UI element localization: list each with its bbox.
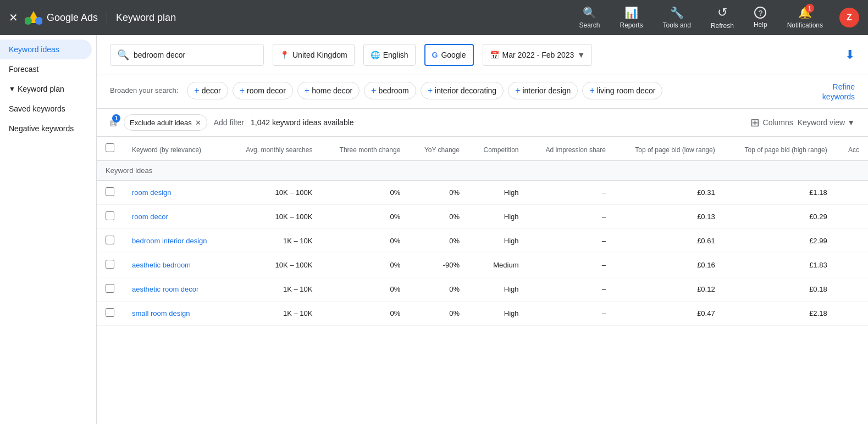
nav-notifications[interactable]: 🔔 1 Notifications	[777, 0, 833, 35]
sidebar-item-forecast[interactable]: Forecast	[0, 59, 92, 79]
row-checkbox-cell[interactable]	[97, 205, 123, 229]
ad-impression-cell: –	[528, 253, 615, 277]
col-acc[interactable]: Acc	[836, 137, 868, 161]
keyword-link[interactable]: room design	[132, 188, 172, 197]
keyword-cell[interactable]: room decor	[123, 205, 227, 229]
avg-monthly-cell: 1K – 10K	[227, 302, 322, 326]
acc-cell	[836, 277, 868, 302]
columns-icon: ⊞	[750, 116, 760, 129]
chip-room-decor[interactable]: + room decor	[233, 82, 293, 99]
refine-keywords-button[interactable]: Refinekeywords	[822, 82, 855, 102]
chip-decor[interactable]: + decor	[187, 82, 228, 99]
close-icon[interactable]: ✕	[9, 11, 18, 24]
keyword-cell[interactable]: room design	[123, 181, 227, 205]
col-yoy[interactable]: YoY change	[409, 137, 468, 161]
sidebar: Keyword ideas Forecast ▼ Keyword plan Sa…	[0, 35, 97, 424]
row-checkbox-cell[interactable]	[97, 253, 123, 277]
nav-reports-label: Reports	[620, 21, 643, 29]
exclude-adult-pill[interactable]: Exclude adult ideas ✕	[124, 114, 207, 131]
three-month-cell: 0%	[321, 277, 409, 302]
row-checkbox-cell[interactable]	[97, 277, 123, 302]
search-engine-filter[interactable]: G Google	[424, 44, 474, 66]
filter-badge: 1	[112, 114, 120, 122]
col-ad-impression[interactable]: Ad impression share	[528, 137, 615, 161]
row-checkbox[interactable]	[106, 211, 114, 220]
sidebar-item-saved-keywords[interactable]: Saved keywords	[0, 99, 92, 119]
nav-refresh[interactable]: ↺ Refresh	[701, 0, 744, 35]
plus-icon: +	[589, 86, 594, 96]
language-filter[interactable]: 🌐 English	[363, 44, 416, 66]
sidebar-item-keyword-plan[interactable]: ▼ Keyword plan	[0, 79, 92, 99]
download-button[interactable]: ⬇	[845, 48, 855, 62]
keyword-link[interactable]: bedroom interior design	[132, 237, 207, 245]
sidebar-item-label: Keyword ideas	[9, 45, 59, 54]
yoy-cell: 0%	[409, 205, 468, 229]
col-three-month[interactable]: Three month change	[321, 137, 409, 161]
row-checkbox[interactable]	[106, 187, 114, 196]
col-avg-monthly[interactable]: Avg. monthly searches	[227, 137, 322, 161]
close-icon[interactable]: ✕	[195, 119, 201, 127]
filter-icon-wrap[interactable]: ⧈ 1	[110, 116, 117, 129]
filter-bar-right: ⊞ Columns Keyword view ▼	[750, 116, 855, 129]
chip-interior-decorating[interactable]: + interior decorating	[421, 82, 504, 99]
view-selector[interactable]: Keyword view ▼	[798, 118, 855, 127]
ad-impression-cell: –	[528, 277, 615, 302]
keyword-link[interactable]: small room design	[132, 309, 190, 317]
row-checkbox[interactable]	[106, 308, 114, 317]
row-checkbox-cell[interactable]	[97, 229, 123, 253]
plus-icon: +	[240, 86, 245, 96]
google-ads-logo-icon	[25, 9, 42, 26]
select-all-checkbox[interactable]	[106, 143, 114, 152]
columns-button[interactable]: ⊞ Columns	[750, 116, 793, 129]
keyword-cell[interactable]: aesthetic bedroom	[123, 253, 227, 277]
col-bid-low[interactable]: Top of page bid (low range)	[615, 137, 724, 161]
row-checkbox-cell[interactable]	[97, 302, 123, 326]
keyword-cell[interactable]: aesthetic room decor	[123, 277, 227, 302]
chevron-icon: ▼	[9, 85, 15, 93]
keyword-link[interactable]: aesthetic room decor	[132, 285, 198, 293]
row-checkbox[interactable]	[106, 260, 114, 269]
filter-bar: ⧈ 1 Exclude adult ideas ✕ Add filter 1,0…	[97, 109, 868, 137]
nav-reports[interactable]: 📊 Reports	[610, 0, 653, 35]
keyword-link[interactable]: room decor	[132, 213, 168, 221]
col-bid-high[interactable]: Top of page bid (high range)	[724, 137, 836, 161]
search-input[interactable]	[134, 51, 244, 59]
tools-icon: 🔧	[670, 6, 684, 19]
keyword-cell[interactable]: small room design	[123, 302, 227, 326]
col-keyword[interactable]: Keyword (by relevance)	[123, 137, 227, 161]
yoy-cell: -90%	[409, 253, 468, 277]
user-avatar[interactable]: Z	[839, 8, 859, 27]
ad-impression-cell: –	[528, 181, 615, 205]
chip-home-decor[interactable]: + home decor	[297, 82, 360, 99]
columns-label: Columns	[763, 118, 793, 127]
search-input-wrap[interactable]: 🔍	[110, 44, 264, 66]
bid-high-cell: £0.29	[724, 205, 836, 229]
select-all-header[interactable]	[97, 137, 123, 161]
table-row: room design 10K – 100K 0% 0% High – £0.3…	[97, 181, 868, 205]
row-checkbox[interactable]	[106, 284, 114, 293]
row-checkbox[interactable]	[106, 236, 114, 244]
chip-bedroom[interactable]: + bedroom	[364, 82, 416, 99]
ad-impression-cell: –	[528, 302, 615, 326]
sidebar-item-negative-keywords[interactable]: Negative keywords	[0, 119, 92, 138]
nav-search[interactable]: 🔍 Search	[569, 0, 610, 35]
search-engine-label: Google	[441, 51, 466, 59]
sidebar-item-label: Saved keywords	[9, 104, 65, 113]
row-checkbox-cell[interactable]	[97, 181, 123, 205]
bid-low-cell: £0.47	[615, 302, 724, 326]
col-competition[interactable]: Competition	[468, 137, 528, 161]
chip-interior-design[interactable]: + interior design	[508, 82, 578, 99]
chip-living-room-decor[interactable]: + living room decor	[582, 82, 662, 99]
competition-cell: Medium	[468, 253, 528, 277]
nav-help[interactable]: ? Help	[744, 0, 777, 35]
keyword-link[interactable]: aesthetic bedroom	[132, 261, 191, 269]
add-filter-button[interactable]: Add filter	[214, 118, 244, 127]
search-bar-row: 🔍 📍 United Kingdom 🌐 English G Google 📅 …	[97, 35, 868, 75]
chip-label: room decor	[247, 86, 286, 95]
keyword-cell[interactable]: bedroom interior design	[123, 229, 227, 253]
sidebar-item-label: Keyword plan	[18, 85, 64, 93]
nav-tools[interactable]: 🔧 Tools and	[653, 0, 701, 35]
date-range-filter[interactable]: 📅 Mar 2022 - Feb 2023 ▼	[483, 44, 593, 66]
location-filter[interactable]: 📍 United Kingdom	[273, 44, 355, 66]
sidebar-item-keyword-ideas[interactable]: Keyword ideas	[0, 40, 92, 59]
